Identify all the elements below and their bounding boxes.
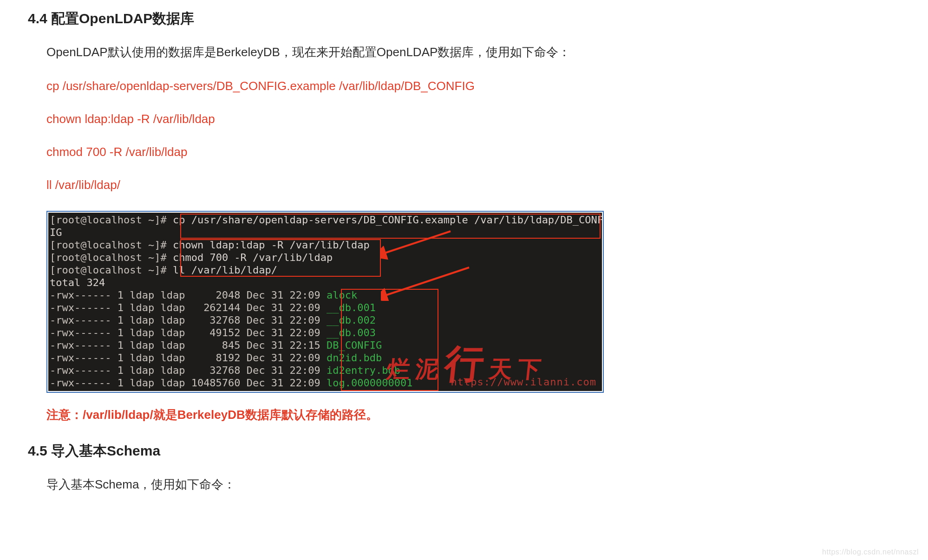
terminal-cmd: ll /var/lib/ldap/ <box>173 264 277 276</box>
terminal-cmd: cp /usr/share/openldap-servers/DB_CONFIG… <box>173 214 602 226</box>
terminal-screenshot: [root@localhost ~]# cp /usr/share/openld… <box>46 211 604 393</box>
file-attrs: -rwx------ 1 ldap ldap 262144 Dec 31 22:… <box>50 302 320 313</box>
terminal-content: [root@localhost ~]# cp /usr/share/openld… <box>48 213 602 391</box>
section-4-5-title: 4.5 导入基本Schema <box>28 442 900 461</box>
file-name: alock <box>327 289 357 301</box>
terminal-prompt: [root@localhost ~]# <box>50 239 167 251</box>
file-name: __db.002 <box>327 314 376 326</box>
file-attrs: -rwx------ 1 ldap ldap 49152 Dec 31 22:0… <box>50 327 320 339</box>
section-4-4-intro: OpenLDAP默认使用的数据库是BerkeleyDB，现在来开始配置OpenL… <box>46 44 900 60</box>
file-name: __db.001 <box>327 302 376 313</box>
file-attrs: -rwx------ 1 ldap ldap 2048 Dec 31 22:09 <box>50 289 320 301</box>
terminal-cmd-wrap: IG <box>50 226 601 239</box>
section-4-4-body: OpenLDAP默认使用的数据库是BerkeleyDB，现在来开始配置OpenL… <box>46 44 900 423</box>
page-source-watermark: https://blog.csdn.net/nnaszl <box>822 548 919 556</box>
file-attrs: -rwx------ 1 ldap ldap 32768 Dec 31 22:0… <box>50 314 320 326</box>
command-line: ll /var/lib/ldap/ <box>46 178 900 192</box>
section-4-5-body: 导入基本Schema，使用如下命令： <box>46 476 900 493</box>
section-4-4-note: 注意：/var/lib/ldap/就是BerkeleyDB数据库默认存储的路径。 <box>46 407 900 423</box>
file-attrs: -rwx------ 1 ldap ldap 8192 Dec 31 22:09 <box>50 352 320 364</box>
file-name: DB_CONFIG <box>327 339 382 351</box>
file-attrs: -rwx------ 1 ldap ldap 845 Dec 31 22:15 <box>50 339 320 351</box>
terminal-cmd: chown ldap:ldap -R /var/lib/ldap <box>173 239 370 251</box>
section-4-5-intro: 导入基本Schema，使用如下命令： <box>46 476 900 493</box>
terminal-total: total 324 <box>50 276 601 289</box>
command-line: chmod 700 -R /var/lib/ldap <box>46 145 900 159</box>
watermark-url: https://www.ilanni.com <box>451 376 596 388</box>
terminal-cmd: chmod 700 -R /var/lib/ldap <box>173 252 333 263</box>
terminal-prompt: [root@localhost ~]# <box>50 264 167 276</box>
command-line: chown ldap:ldap -R /var/lib/ldap <box>46 112 900 126</box>
file-attrs: -rwx------ 1 ldap ldap 32768 Dec 31 22:0… <box>50 365 320 376</box>
file-name: __db.003 <box>327 327 376 339</box>
section-4-4-title: 4.4 配置OpenLDAP数据库 <box>28 9 900 28</box>
command-line: cp /usr/share/openldap-servers/DB_CONFIG… <box>46 79 900 93</box>
terminal-prompt: [root@localhost ~]# <box>50 214 167 226</box>
document-page: 4.4 配置OpenLDAP数据库 OpenLDAP默认使用的数据库是Berke… <box>0 0 928 560</box>
terminal-prompt: [root@localhost ~]# <box>50 252 167 263</box>
file-attrs: -rwx------ 1 ldap ldap 10485760 Dec 31 2… <box>50 377 320 389</box>
file-name: dn2id.bdb <box>327 352 382 364</box>
